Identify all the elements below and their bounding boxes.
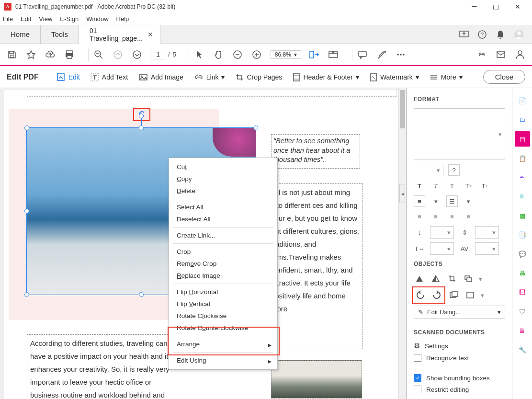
align-left-icon[interactable]: ≡: [414, 211, 425, 222]
bullet-dropdown-icon[interactable]: ▾: [430, 195, 441, 207]
account-icon[interactable]: [514, 30, 523, 39]
organize-icon[interactable]: ⎘: [515, 189, 530, 204]
menu-edit[interactable]: Edit: [21, 15, 31, 23]
save-icon[interactable]: [7, 49, 17, 60]
menu-copy[interactable]: Copy: [169, 173, 277, 185]
resize-handle-bm[interactable]: [139, 292, 144, 297]
more-icon[interactable]: [396, 49, 406, 60]
align-justify-icon[interactable]: ≡: [463, 211, 474, 222]
kerning-icon[interactable]: AV: [459, 243, 470, 254]
line-spacing-icon[interactable]: ↕: [414, 227, 425, 238]
fit-width-icon[interactable]: [309, 49, 319, 60]
quote-text-box[interactable]: "Better to see something once than hear …: [271, 134, 360, 169]
customize-icon[interactable]: 🔧: [515, 342, 530, 357]
font-size-select[interactable]: ▾: [414, 164, 443, 176]
zoom-plus-icon[interactable]: [251, 49, 262, 60]
editbar-crop[interactable]: Crop Pages: [235, 73, 282, 81]
combine-icon[interactable]: 🗂: [515, 112, 530, 127]
subscript-icon[interactable]: T1: [479, 180, 490, 192]
email-icon[interactable]: [496, 49, 506, 60]
minimize-button[interactable]: ─: [464, 0, 485, 13]
replace-image-icon[interactable]: [448, 289, 460, 301]
menu-edit-using[interactable]: Edit Using▸: [169, 354, 277, 366]
paragraph-spacing-icon[interactable]: ⇕: [459, 227, 470, 238]
editbar-more[interactable]: More▾: [430, 73, 463, 81]
crop-object-icon[interactable]: [446, 273, 458, 285]
editbar-add-image[interactable]: Add Image: [138, 73, 183, 81]
document-area[interactable]: C "Better to see something once than hea…: [0, 88, 407, 399]
menu-esign[interactable]: E-Sign: [60, 15, 79, 23]
paragraph-box-1[interactable]: vel is not just about ming into differen…: [270, 183, 363, 349]
menu-flip-horizontal[interactable]: Flip Horizontal: [169, 286, 277, 298]
edit-using-select[interactable]: ✎ Edit Using... ▾: [414, 306, 505, 319]
link-icon[interactable]: [476, 49, 487, 60]
editbar-link[interactable]: Link▾: [194, 73, 225, 81]
page-up-icon[interactable]: [113, 49, 123, 60]
font-select[interactable]: ▾: [414, 108, 505, 160]
paragraph-box-2[interactable]: According to different studies, travelin…: [27, 334, 173, 399]
edit-pdf-icon[interactable]: ▤: [515, 131, 530, 147]
menu-cut[interactable]: Cut: [169, 161, 277, 173]
star-icon[interactable]: [26, 49, 36, 60]
menu-select-all[interactable]: Select All: [169, 201, 277, 213]
align-center-icon[interactable]: ≡: [430, 211, 441, 222]
hand-icon[interactable]: [213, 49, 224, 60]
menu-remove-crop[interactable]: Remove Crop: [169, 258, 277, 270]
menu-delete[interactable]: Delete: [169, 185, 277, 197]
zoom-minus-icon[interactable]: [232, 49, 243, 60]
close-window-button[interactable]: ✕: [507, 0, 528, 13]
cloud-upload-icon[interactable]: [45, 49, 56, 60]
superscript-icon[interactable]: T1: [463, 180, 474, 192]
tab-file[interactable]: 01 Travelling_page... ✕: [79, 25, 160, 44]
tab-tools[interactable]: Tools: [41, 25, 79, 44]
text-scale-select[interactable]: ▾: [430, 242, 454, 255]
highlight-icon[interactable]: [376, 49, 387, 60]
number-dropdown-icon[interactable]: ▾: [463, 195, 474, 207]
scan-icon[interactable]: 🖶: [515, 265, 530, 281]
text-scale-icon[interactable]: T↔: [414, 243, 425, 254]
bullet-list-icon[interactable]: ≡: [414, 195, 425, 207]
rotate-cw-icon[interactable]: [431, 289, 442, 301]
line-spacing-select[interactable]: ▾: [430, 226, 454, 239]
menu-file[interactable]: File: [3, 15, 13, 23]
rotate-ccw-icon[interactable]: [415, 289, 426, 301]
editbar-close-button[interactable]: Close: [483, 70, 525, 84]
compress-icon[interactable]: ▦: [515, 208, 530, 223]
resize-handle-tm[interactable]: [139, 125, 144, 130]
tab-home[interactable]: Home: [0, 25, 41, 44]
recognize-text-row[interactable]: Recognize text: [414, 354, 505, 362]
underline-icon[interactable]: T: [446, 180, 458, 192]
reading-mode-icon[interactable]: [328, 49, 339, 60]
number-list-icon[interactable]: ☰: [446, 195, 458, 207]
vertical-scrollbar[interactable]: [398, 88, 406, 399]
menu-rotate-counterclockwise[interactable]: Rotate Counterclockwise: [169, 322, 277, 334]
menu-window[interactable]: Window: [86, 15, 108, 23]
protect-icon[interactable]: 🛡: [515, 304, 530, 319]
menu-flip-vertical[interactable]: Flip Vertical: [169, 298, 277, 310]
sign-icon[interactable]: ✒: [515, 170, 530, 185]
send-comments-icon[interactable]: 📑: [515, 227, 530, 242]
mountain-image[interactable]: [271, 360, 362, 399]
menu-view[interactable]: View: [39, 15, 52, 23]
flip-vertical-icon[interactable]: [414, 273, 425, 285]
resize-handle-bl[interactable]: [24, 292, 29, 297]
resize-handle-tl[interactable]: [24, 125, 29, 130]
align-objects-icon[interactable]: [464, 289, 476, 301]
menu-crop[interactable]: Crop: [169, 246, 277, 258]
recognize-checkbox[interactable]: [414, 354, 421, 362]
paragraph-spacing-select[interactable]: ▾: [475, 226, 499, 239]
menu-help[interactable]: Help: [116, 15, 129, 23]
settings-row[interactable]: ⚙ Settings: [414, 342, 505, 350]
zoom-out-icon[interactable]: [93, 49, 104, 60]
editbar-add-text[interactable]: TAdd Text: [91, 73, 128, 81]
editbar-header-footer[interactable]: Header & Footer▾: [293, 72, 359, 82]
align-right-icon[interactable]: ≡: [446, 211, 458, 222]
comment-icon[interactable]: 💬: [515, 246, 530, 262]
text-help-icon[interactable]: ?: [448, 164, 460, 176]
help-icon[interactable]: ?: [477, 30, 487, 39]
bold-icon[interactable]: T: [414, 180, 425, 192]
editbar-edit[interactable]: Edit: [56, 72, 80, 82]
show-bounding-checkbox[interactable]: ✓: [414, 374, 421, 382]
menu-replace-image[interactable]: Replace Image: [169, 270, 277, 282]
chevron-down-icon[interactable]: ▾: [481, 292, 484, 299]
